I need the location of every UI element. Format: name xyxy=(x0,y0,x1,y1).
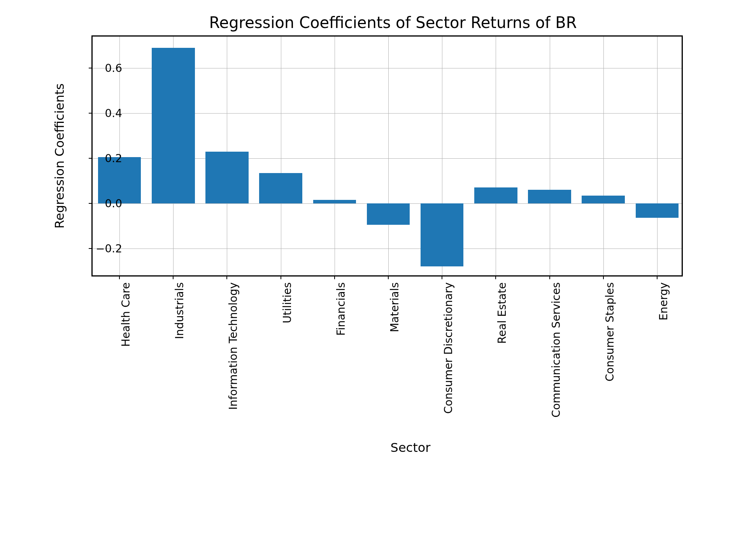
x-tick-mark xyxy=(603,275,604,279)
x-tick-mark xyxy=(495,275,496,279)
x-tick-label: Financials xyxy=(335,282,347,336)
y-axis-label: Regression Coefficients xyxy=(52,83,67,228)
y-tick-label: 0.4 xyxy=(91,107,122,120)
x-tick-label: Industrials xyxy=(173,282,186,339)
x-tick-label: Consumer Discretionary xyxy=(442,282,455,414)
x-tick-mark xyxy=(334,275,335,279)
bar xyxy=(421,203,464,266)
y-tick-label: 0.6 xyxy=(91,62,122,75)
y-tick-label: −0.2 xyxy=(91,242,122,255)
bar xyxy=(152,48,195,203)
y-tick-label: 0.0 xyxy=(91,197,122,210)
x-tick-mark xyxy=(173,275,174,279)
gridline-v xyxy=(335,37,335,275)
plot-area: Regression Coefficients −0.20.00.20.40.6… xyxy=(91,35,683,276)
x-tick-label: Communication Services xyxy=(550,282,563,418)
bar xyxy=(474,187,517,203)
x-tick-mark xyxy=(119,275,120,279)
x-tick-label: Consumer Staples xyxy=(603,282,616,382)
gridline-v xyxy=(388,37,389,275)
bar xyxy=(205,152,249,203)
bar xyxy=(367,203,410,225)
gridline-v xyxy=(281,37,281,275)
gridline-h xyxy=(93,248,682,249)
x-tick-label: Health Care xyxy=(119,282,132,347)
bar xyxy=(636,203,679,218)
x-tick-mark xyxy=(226,275,227,279)
x-tick-label: Real Estate xyxy=(496,282,509,344)
bar xyxy=(313,200,356,203)
x-tick-label: Utilities xyxy=(281,282,294,323)
x-tick-mark xyxy=(442,275,442,279)
gridline-v xyxy=(657,37,658,275)
chart-title: Regression Coefficients of Sector Return… xyxy=(56,14,694,32)
x-tick-mark xyxy=(549,275,550,279)
x-axis-label: Sector xyxy=(391,440,431,455)
gridline-v xyxy=(603,37,604,275)
x-tick-label: Energy xyxy=(657,282,670,320)
y-tick-label: 0.2 xyxy=(91,152,122,164)
x-tick-label: Information Technology xyxy=(227,282,240,410)
gridline-v xyxy=(496,37,496,275)
x-tick-mark xyxy=(657,275,658,279)
x-tick-mark xyxy=(388,275,389,279)
bar xyxy=(259,173,302,203)
bar xyxy=(582,196,625,203)
x-tick-label: Materials xyxy=(388,282,401,332)
gridline-v xyxy=(550,37,550,275)
bar xyxy=(528,190,571,203)
x-tick-mark xyxy=(281,275,281,279)
chart-container: Regression Coefficients of Sector Return… xyxy=(56,14,694,546)
